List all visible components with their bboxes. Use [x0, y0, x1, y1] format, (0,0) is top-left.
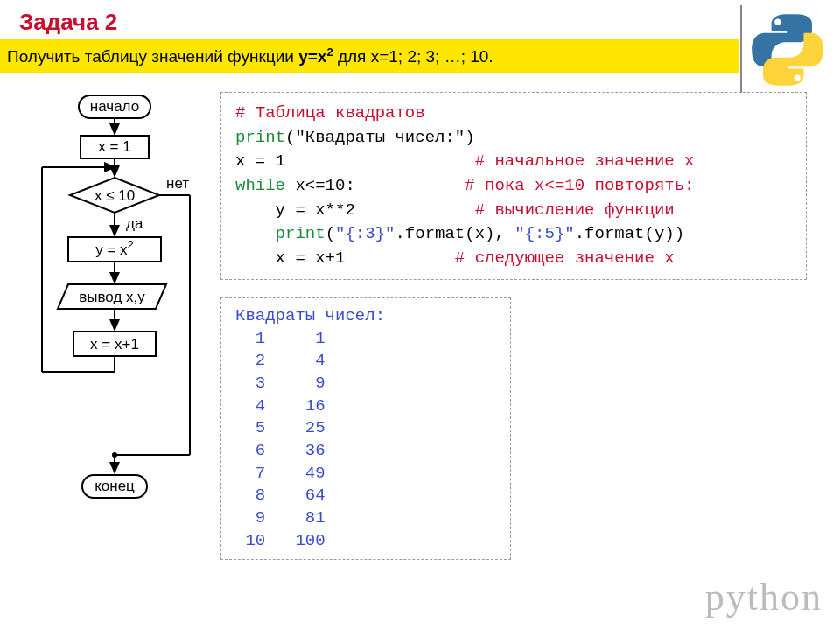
svg-point-17 — [112, 452, 117, 458]
flowchart: начало x = 1 x ≤ 10 да нет y = x2 — [10, 92, 212, 529]
svg-text:нет: нет — [166, 175, 189, 192]
svg-text:x = x+1: x = x+1 — [90, 336, 139, 353]
svg-text:x = 1: x = 1 — [98, 138, 130, 155]
svg-point-0 — [774, 18, 780, 24]
flowchart-svg: начало x = 1 x ≤ 10 да нет y = x2 — [10, 92, 212, 529]
page-title: Задача 2 — [0, 0, 840, 39]
svg-point-1 — [794, 74, 801, 80]
code-listing: # Таблица квадратов print("Квадраты чисе… — [220, 92, 807, 280]
watermark: python — [705, 575, 822, 620]
svg-point-30 — [112, 164, 117, 170]
svg-text:начало: начало — [90, 98, 139, 115]
right-column: # Таблица квадратов print("Квадраты чисе… — [212, 92, 807, 560]
divider — [740, 5, 742, 93]
python-logo-icon — [749, 10, 826, 89]
svg-text:вывод x,y: вывод x,y — [79, 289, 145, 305]
svg-text:x ≤ 10: x ≤ 10 — [94, 187, 135, 204]
svg-text:конец: конец — [94, 478, 135, 494]
svg-text:да: да — [126, 215, 144, 232]
program-output: Квадраты чисел: 1 1 2 4 3 9 4 16 5 25 6 … — [220, 298, 511, 560]
task-statement: Получить таблицу значений функции y=x2 д… — [0, 39, 739, 73]
